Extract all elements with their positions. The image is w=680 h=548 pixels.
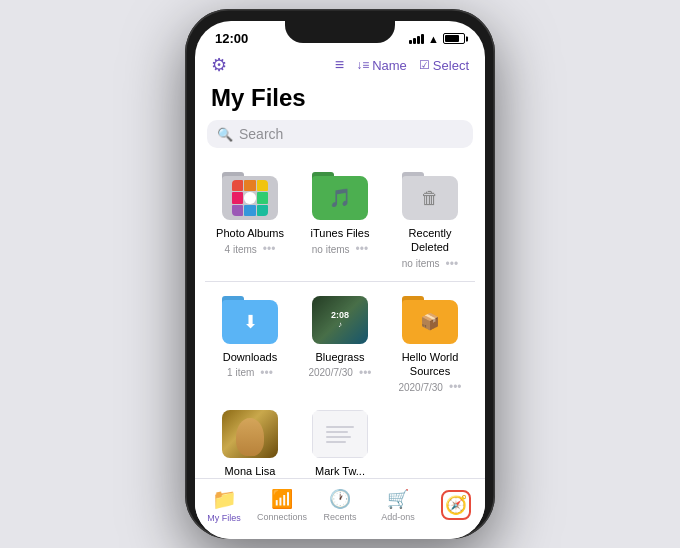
file-item-downloads[interactable]: ⬇ Downloads 1 item ••• [205, 286, 295, 401]
wifi-icon: ▲ [428, 33, 439, 45]
checkbox-icon: ☑ [419, 58, 430, 72]
thumb-document [312, 410, 368, 458]
select-label: Select [433, 58, 469, 73]
file-item-document[interactable]: Mark Tw... Quotes [295, 400, 385, 478]
folder-icon-photo-albums [222, 172, 278, 220]
search-icon: 🔍 [217, 127, 233, 142]
select-button[interactable]: ☑ Select [419, 58, 469, 73]
tab-connections-icon: 📶 [271, 488, 293, 510]
tab-more[interactable]: 🧭 [427, 490, 485, 520]
thumb-bluegrass: 2:08 ♪ [312, 296, 368, 344]
battery-icon [443, 33, 465, 44]
file-item-mona-lisa[interactable]: Mona Lisa [205, 400, 295, 478]
tab-more-icon: 🧭 [445, 495, 467, 515]
search-bar[interactable]: 🔍 Search [207, 120, 473, 148]
signal-icon [409, 34, 424, 44]
phone-screen: 12:00 ▲ ⚙ ≡ ↓≡ Name [195, 21, 485, 539]
tab-recents-label: Recents [323, 512, 356, 522]
file-meta: no items ••• [301, 240, 379, 258]
sort-button[interactable]: ↓≡ Name [356, 58, 407, 73]
file-name: Downloads [223, 350, 277, 364]
settings-gear-icon[interactable]: ⚙ [211, 54, 227, 76]
file-meta: 4 items ••• [211, 240, 289, 258]
page-title: My Files [195, 82, 485, 120]
file-name: Mark Tw... Quotes [301, 464, 379, 478]
tab-my-files-label: My Files [207, 513, 241, 523]
files-grid: Photo Albums 4 items ••• 🎵 iTunes Files [195, 158, 485, 478]
search-placeholder: Search [239, 126, 283, 142]
file-name: Photo Albums [216, 226, 284, 240]
folder-icon-hello-world: 📦 [402, 296, 458, 344]
phone-device: 12:00 ▲ ⚙ ≡ ↓≡ Name [185, 9, 495, 539]
files-scroll: Photo Albums 4 items ••• 🎵 iTunes Files [195, 158, 485, 478]
folder-icon-downloads: ⬇ [222, 296, 278, 344]
bottom-area: + 📁 My Files 📶 Connections 🕐 Recents 🛒 A… [195, 478, 485, 539]
tab-addons-label: Add-ons [381, 512, 415, 522]
tab-connections[interactable]: 📶 Connections [253, 488, 311, 522]
toolbar-right: ≡ ↓≡ Name ☑ Select [335, 56, 469, 74]
tab-recents[interactable]: 🕐 Recents [311, 488, 369, 522]
file-meta: no items ••• [391, 255, 469, 273]
file-name: iTunes Files [311, 226, 370, 240]
file-item-hello-world[interactable]: 📦 Hello World Sources 2020/7/30 ••• [385, 286, 475, 401]
file-item-itunes[interactable]: 🎵 iTunes Files no items ••• [295, 162, 385, 277]
status-icons: ▲ [409, 33, 465, 45]
sort-icon: ↓≡ [356, 58, 369, 72]
file-meta: 2020/7/30 ••• [391, 378, 469, 396]
tab-my-files-icon: 📁 [212, 487, 237, 511]
file-name: Recently Deleted [391, 226, 469, 255]
toolbar: ⚙ ≡ ↓≡ Name ☑ Select [195, 50, 485, 82]
file-name: Hello World Sources [391, 350, 469, 379]
list-view-icon[interactable]: ≡ [335, 56, 344, 74]
file-name: Bluegrass [316, 350, 365, 364]
sort-label: Name [372, 58, 407, 73]
phone-notch [285, 21, 395, 43]
status-time: 12:00 [215, 31, 248, 46]
file-item-bluegrass[interactable]: 2:08 ♪ Bluegrass 2020/7/30 ••• [295, 286, 385, 401]
row-divider [205, 281, 475, 282]
file-name: Mona Lisa [225, 464, 276, 478]
folder-icon-recently-deleted: 🗑 [402, 172, 458, 220]
tab-addons[interactable]: 🛒 Add-ons [369, 488, 427, 522]
tab-recents-icon: 🕐 [329, 488, 351, 510]
tab-my-files[interactable]: 📁 My Files [195, 487, 253, 523]
file-item-photo-albums[interactable]: Photo Albums 4 items ••• [205, 162, 295, 277]
tab-addons-icon: 🛒 [387, 488, 409, 510]
tab-more-highlight: 🧭 [441, 490, 471, 520]
folder-icon-itunes: 🎵 [312, 172, 368, 220]
file-meta: 2020/7/30 ••• [301, 364, 379, 382]
thumb-mona-lisa [222, 410, 278, 458]
file-item-recently-deleted[interactable]: 🗑 Recently Deleted no items ••• [385, 162, 475, 277]
tab-connections-label: Connections [257, 512, 307, 522]
bottom-tab-bar: 📁 My Files 📶 Connections 🕐 Recents 🛒 Add… [195, 478, 485, 539]
file-meta: 1 item ••• [211, 364, 289, 382]
